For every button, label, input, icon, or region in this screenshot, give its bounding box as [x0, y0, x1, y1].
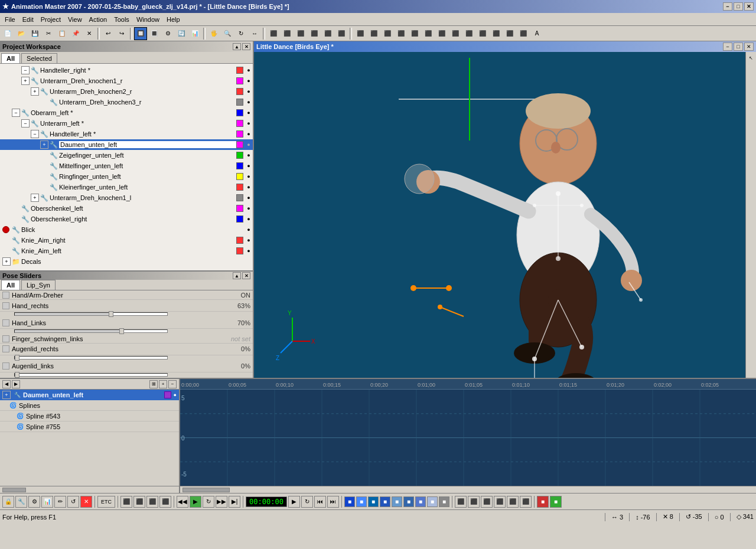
pb-play[interactable]: ▶ [190, 496, 201, 508]
vp-maximize[interactable]: □ [734, 43, 743, 51]
eye-toggle-16[interactable]: ● [245, 226, 253, 234]
vp-minimize[interactable]: − [723, 43, 732, 51]
vs-btn1[interactable]: ↖ [747, 53, 756, 63]
tb-extra10[interactable]: ⬛ [476, 27, 489, 40]
tb-mode1[interactable]: 🔲 [134, 27, 147, 40]
viewport-canvas[interactable]: Little Dance [Birds Eye] * − □ ✕ ↖ [254, 41, 756, 378]
tab-selected[interactable]: Selected [21, 53, 57, 63]
pb-key-blue6[interactable]: ■ [403, 496, 414, 507]
tree-item-unterarm-dreh3r[interactable]: 🔧 Unterarm_Dreh_knochen3_r ● [0, 97, 253, 107]
pb-key-blue4[interactable]: ■ [380, 496, 390, 507]
eye-toggle-11[interactable]: ● [245, 172, 253, 181]
tree-item-decals[interactable]: + 📁 Decals [0, 256, 253, 267]
pb-extra6[interactable]: ⬛ [520, 496, 532, 508]
tb-extra11[interactable]: ⬛ [490, 27, 503, 40]
pb-extra2[interactable]: ⬛ [468, 496, 480, 508]
menu-project[interactable]: Project [37, 15, 64, 24]
tab-pose-all[interactable]: All [1, 280, 20, 290]
pb-tool8[interactable]: ⬛ [133, 496, 145, 508]
tb-undo[interactable]: ↩ [102, 27, 115, 40]
eye-toggle-13[interactable]: ● [245, 194, 253, 202]
slider-thumb-1[interactable] [109, 311, 113, 317]
tb-view2[interactable]: 🔍 [221, 27, 234, 40]
tl-fit[interactable]: ⊞ [149, 380, 158, 388]
pb-fwd[interactable]: ▶▶ [216, 496, 227, 508]
tb-extra7[interactable]: ⬛ [435, 27, 448, 40]
pb-red1[interactable]: ■ [537, 496, 549, 508]
tb-paste[interactable]: 📌 [69, 27, 82, 40]
tree-item-oberschenkel-right[interactable]: 🔧 Oberschenkel_right ● [0, 214, 253, 224]
tree-item-mittelfinger[interactable]: 🔧 Mittelfinger_unten_left ● [0, 161, 253, 171]
menu-help[interactable]: Help [163, 15, 184, 24]
tb-view3[interactable]: ↻ [234, 27, 247, 40]
slider-track-3[interactable] [14, 356, 168, 360]
pb-end[interactable]: ▶| [229, 496, 240, 508]
pb-back-end[interactable]: ◀◀ [177, 496, 188, 508]
tb-extra12[interactable]: ⬛ [503, 27, 516, 40]
tb-extra8[interactable]: ⬛ [449, 27, 462, 40]
eye-toggle-2[interactable]: ● [245, 77, 253, 85]
pb-tool7[interactable]: ⬛ [120, 496, 132, 508]
pb-extra3[interactable]: ⬛ [481, 496, 493, 508]
eye-toggle-5[interactable]: ● [245, 109, 253, 117]
slider-track-2[interactable] [14, 329, 168, 333]
pb-tool6[interactable]: ✕ [80, 496, 92, 508]
tb-extra5[interactable]: ⬛ [408, 27, 421, 40]
slider-augenlid-links-track[interactable] [0, 372, 253, 378]
pw-scroll-up[interactable]: ▲ [233, 43, 241, 50]
tb-extra1[interactable]: ⬛ [354, 27, 367, 40]
tb-copy[interactable]: 📋 [56, 27, 69, 40]
eye-toggle-14[interactable]: ● [245, 204, 253, 213]
pb-etc[interactable]: ETC [97, 496, 115, 508]
eye-toggle-15[interactable]: ● [245, 215, 253, 223]
tb-anim5[interactable]: ⬛ [321, 27, 334, 40]
tree-item-ringfinger[interactable]: 🔧 Ringfinger_unten_left ● [0, 171, 253, 182]
tb-anim1[interactable]: ⬛ [267, 27, 280, 40]
eye-toggle[interactable]: ● [245, 66, 253, 74]
viewport[interactable]: Little Dance [Birds Eye] * − □ ✕ ↖ [254, 41, 756, 378]
timeline-selected-item[interactable]: + 🔧 Daumen_unten_left ● [0, 390, 179, 400]
tree-item-unterarm-left[interactable]: − 🔧 Unterarm_left * ● [0, 118, 253, 129]
tb-redo[interactable]: ↪ [115, 27, 128, 40]
eye-toggle-12[interactable]: ● [245, 183, 253, 191]
tb-delete[interactable]: ✕ [83, 27, 96, 40]
tb-mode5[interactable]: 📊 [188, 27, 201, 40]
tl-hscroll[interactable] [0, 486, 179, 493]
tb-extra4[interactable]: ⬛ [395, 27, 408, 40]
maximize-button[interactable]: □ [734, 2, 743, 11]
tree-item-unterarm-dreh1l[interactable]: + 🔧 Unterarm_Dreh_knochen1_l ● [0, 192, 253, 203]
pb-tool9[interactable]: ⬛ [146, 496, 158, 508]
tb-view4[interactable]: ↔ [248, 27, 261, 40]
pb-tool4[interactable]: ✏ [54, 496, 66, 508]
pb-key-blue5[interactable]: ■ [392, 496, 402, 507]
pb-green1[interactable]: ■ [550, 496, 562, 508]
pb-key-blue7[interactable]: ■ [415, 496, 426, 507]
tree-item-oberschenkel-left[interactable]: 🔧 Oberschenkel_left ● [0, 203, 253, 214]
tl-scroll-thumb[interactable] [183, 488, 230, 492]
tb-open[interactable]: 📂 [15, 27, 28, 40]
pb-time-set[interactable]: ▶ [288, 496, 300, 508]
tl-zoom-out[interactable]: − [168, 380, 177, 388]
eye-toggle-10[interactable]: ● [245, 162, 253, 170]
tb-mode4[interactable]: 🔄 [175, 27, 188, 40]
tree-item-unterarm-dreh1r[interactable]: + 🔧 Unterarm_Dreh_knochen1_r ● [0, 76, 253, 86]
ps-scroll-up[interactable]: ▲ [233, 272, 241, 279]
tb-view1[interactable]: 🖐 [207, 27, 220, 40]
tl-spline-755[interactable]: 🌀 Spline #755 [0, 421, 179, 432]
menu-view[interactable]: View [64, 15, 86, 24]
tree-item-handteller-left[interactable]: − 🔧 Handteller_left * ● [0, 129, 253, 139]
eye-toggle-18[interactable]: ● [245, 247, 253, 255]
tb-anim3[interactable]: ⬛ [294, 27, 307, 40]
pb-tool5[interactable]: ↺ [67, 496, 79, 508]
tab-all[interactable]: All [1, 53, 20, 63]
pb-tool2[interactable]: ⚙ [28, 496, 40, 508]
tb-cut[interactable]: ✂ [42, 27, 55, 40]
slider-track-1[interactable] [14, 312, 168, 316]
tl-splines[interactable]: 🌀 Splines [0, 400, 179, 411]
tb-anim6[interactable]: ⬛ [335, 27, 348, 40]
eye-toggle-9[interactable]: ● [245, 151, 253, 159]
pb-step-fwd[interactable]: ⏭ [327, 496, 339, 508]
pb-tool10[interactable]: ⬛ [159, 496, 171, 508]
tree-item-kleinerfinger[interactable]: 🔧 Kleinerfinger_unten_left ● [0, 182, 253, 192]
slider-thumb-2[interactable] [119, 328, 124, 334]
